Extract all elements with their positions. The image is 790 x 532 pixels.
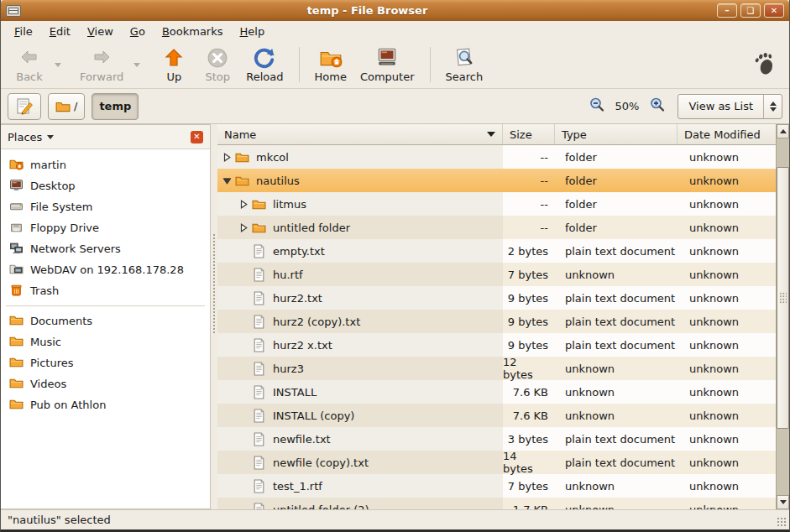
stop-button[interactable]: Stop [196, 43, 239, 86]
table-row-litmus[interactable]: litmus -- folder unknown [217, 192, 776, 216]
expander-icon[interactable] [238, 200, 250, 209]
sidebar-item-label: Trash [30, 284, 59, 297]
close-button[interactable]: ✕ [764, 3, 784, 18]
back-button[interactable]: Back [8, 43, 51, 86]
sidebar-item-label: Pictures [30, 357, 73, 369]
home-button[interactable]: Home [308, 43, 353, 86]
sidebar-item-label: Pub on Athlon [30, 399, 106, 411]
file-name: test_1.rtf [273, 480, 322, 493]
current-folder-button[interactable]: temp [92, 93, 139, 120]
zoom-out-icon [589, 96, 605, 113]
table-row-newfile-txt[interactable]: newfile.txt 3 bytes plain text document … [217, 427, 776, 451]
table-row-hurz3[interactable]: hurz3 12 bytes unknown unknown [217, 357, 776, 380]
table-row-mkcol[interactable]: mkcol -- folder unknown [217, 145, 776, 169]
computer-button[interactable]: Computer [353, 43, 421, 86]
edit-location-button[interactable] [8, 93, 41, 120]
table-row-hu-rtf[interactable]: hu.rtf 7 bytes unknown unknown [217, 263, 776, 286]
scroll-up-button[interactable] [777, 124, 789, 138]
table-row-untitled-folder-2[interactable]: untitled folder (2) 1.7 KB unknown unkno… [217, 498, 776, 509]
sidebar-item-martin[interactable]: martin [1, 154, 210, 175]
folder-icon [9, 335, 24, 350]
pane-divider[interactable] [211, 124, 217, 509]
places-selector[interactable]: Places [8, 131, 54, 143]
maximize-button[interactable]: ❑ [740, 3, 761, 18]
search-button[interactable]: Search [439, 43, 490, 86]
sidebar-item-music[interactable]: Music [1, 331, 210, 352]
text-file-icon [250, 362, 267, 376]
file-size: 14 bytes [503, 451, 555, 474]
menu-go[interactable]: Go [122, 23, 154, 39]
window-icon [6, 5, 21, 17]
table-row-install[interactable]: INSTALL 7.6 KB unknown unknown [217, 380, 776, 404]
sidebar-item-floppy-drive[interactable]: Floppy Drive [1, 217, 210, 238]
column-header-type[interactable]: Type [555, 124, 678, 144]
sidebar-item-pub-on-athlon[interactable]: Pub on Athlon [1, 394, 210, 415]
vertical-scrollbar[interactable] [776, 124, 789, 509]
file-date-modified: unknown [678, 239, 776, 263]
expander-icon[interactable] [238, 223, 250, 232]
sidebar-item-trash[interactable]: Trash [1, 280, 210, 301]
statusbar: "nautilus" selected [1, 509, 789, 529]
column-header-date-modified[interactable]: Date Modified [678, 124, 776, 144]
forward-history-dropdown[interactable] [130, 43, 144, 86]
view-mode-select[interactable]: View as List [678, 94, 782, 119]
text-file-icon [250, 244, 267, 258]
view-mode-spinner[interactable] [763, 95, 782, 118]
menu-bookmarks[interactable]: Bookmarks [154, 23, 232, 39]
reload-icon [254, 46, 275, 70]
scroll-down-button[interactable] [777, 495, 789, 509]
sidebar-item-label: martin [30, 159, 66, 171]
file-size: 9 bytes [503, 310, 555, 333]
table-row-hurz2-copy-txt[interactable]: hurz2 (copy).txt 9 bytes plain text docu… [217, 310, 776, 333]
table-row-test-1-rtf[interactable]: test_1.rtf 7 bytes unknown unknown [217, 474, 776, 498]
up-button[interactable]: Up [152, 43, 196, 86]
expander-icon[interactable] [221, 176, 233, 185]
scrollbar-thumb[interactable] [777, 167, 789, 429]
table-row-newfile-copy-txt[interactable]: newfile (copy).txt 14 bytes plain text d… [217, 451, 776, 474]
titlebar[interactable]: temp - File Browser – ❑ ✕ [1, 0, 789, 21]
column-header-size[interactable]: Size [503, 124, 555, 144]
file-date-modified: unknown [678, 404, 776, 427]
column-header-name[interactable]: Name [217, 124, 503, 144]
expander-icon[interactable] [221, 153, 233, 162]
table-row-untitled-folder[interactable]: untitled folder -- folder unknown [217, 216, 776, 239]
list-header: Name Size Type Date Modified [217, 124, 776, 145]
sidebar-item-webdav-on-192-168-178-28[interactable]: WebDAV on 192.168.178.28 [1, 259, 210, 280]
table-row-empty-txt[interactable]: empty.txt 2 bytes plain text document un… [217, 239, 776, 263]
back-history-dropdown[interactable] [51, 43, 65, 86]
text-file-icon [250, 479, 267, 493]
zoom-out-button[interactable] [589, 96, 605, 116]
sidebar-item-desktop[interactable]: Desktop [1, 175, 210, 196]
sidebar-separator [6, 305, 205, 306]
sidebar-item-network-servers[interactable]: Network Servers [1, 238, 210, 259]
menu-help[interactable]: Help [232, 23, 274, 39]
minimize-button[interactable]: – [717, 3, 737, 18]
table-row-hurz2-x-txt[interactable]: hurz2 x.txt 9 bytes plain text document … [217, 333, 776, 357]
table-row-install-copy[interactable]: INSTALL (copy) 7.6 KB unknown unknown [217, 404, 776, 427]
zoom-in-button[interactable] [649, 96, 666, 116]
scrollbar-trough[interactable] [777, 138, 789, 495]
table-row-hurz2-txt[interactable]: hurz2.txt 9 bytes plain text document un… [217, 286, 776, 310]
reload-button[interactable]: Reload [239, 43, 290, 86]
sidebar-item-label: Desktop [30, 180, 76, 192]
menu-edit[interactable]: Edit [41, 23, 79, 39]
sidebar-item-file-system[interactable]: File System [1, 196, 210, 217]
table-row-nautilus[interactable]: nautilus -- folder unknown [217, 169, 776, 192]
home-folder-icon [9, 158, 24, 173]
file-size: -- [503, 216, 555, 239]
computer-icon [375, 46, 399, 70]
places-header: Places ✕ [1, 125, 210, 149]
sidebar-item-pictures[interactable]: Pictures [1, 352, 210, 373]
toolbar-separator [299, 47, 300, 82]
sidebar-item-videos[interactable]: Videos [1, 373, 210, 394]
sidebar-item-documents[interactable]: Documents [1, 310, 210, 331]
sidebar-close-button[interactable]: ✕ [191, 131, 203, 143]
resize-grip[interactable] [777, 517, 787, 528]
file-type: plain text document [555, 451, 678, 474]
menu-file[interactable]: File [6, 23, 41, 39]
root-folder-button[interactable]: / [48, 93, 85, 120]
forward-button[interactable]: Forward [73, 43, 130, 86]
menu-view[interactable]: View [79, 23, 122, 39]
folder-icon [9, 398, 24, 413]
sidebar-item-label: Floppy Drive [30, 222, 99, 234]
